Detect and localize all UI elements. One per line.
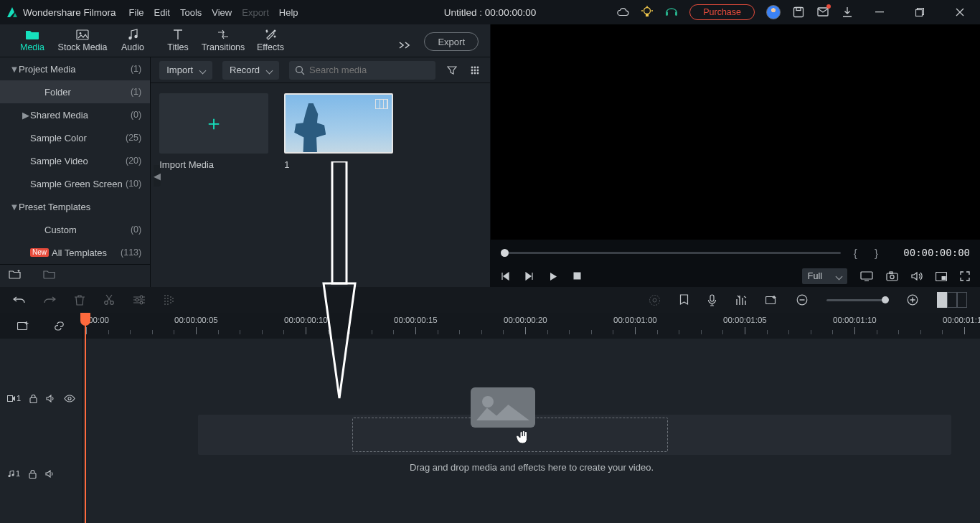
- display-icon[interactable]: [860, 271, 873, 281]
- step-back-icon[interactable]: [501, 272, 509, 281]
- tips-icon[interactable]: [641, 6, 654, 19]
- record-label: Record: [230, 65, 260, 75]
- media-grid: Import Record ＋ Import Media: [151, 57, 490, 287]
- volume-icon[interactable]: [911, 271, 923, 281]
- menu-file[interactable]: File: [129, 7, 144, 18]
- tree-item[interactable]: ▼Project Media(1): [0, 57, 150, 80]
- window-maximize[interactable]: [905, 0, 934, 24]
- link-tracks-icon[interactable]: [53, 321, 65, 331]
- window-close[interactable]: [946, 0, 974, 24]
- tree-item[interactable]: Sample Green Screen(10): [0, 172, 150, 195]
- audio-track-1-header[interactable]: 1: [0, 458, 83, 489]
- timeline-ruler[interactable]: :00:0000:00:00:0500:00:00:1000:00:00:150…: [83, 313, 980, 339]
- new-folder-icon[interactable]: [9, 269, 22, 281]
- color-wheel-icon[interactable]: [649, 294, 661, 306]
- search-media[interactable]: [289, 61, 435, 80]
- media-clip-1[interactable]: 1: [284, 93, 393, 170]
- render-icon[interactable]: [164, 294, 174, 306]
- support-icon[interactable]: [665, 6, 678, 19]
- redo-icon[interactable]: [44, 295, 56, 305]
- crop-settings-icon[interactable]: [133, 295, 145, 305]
- view-grid-icon[interactable]: [468, 64, 481, 77]
- play-icon[interactable]: [550, 272, 557, 281]
- track-display-toggle[interactable]: [937, 292, 967, 308]
- svg-rect-7: [794, 8, 804, 17]
- import-dropdown[interactable]: Import: [159, 61, 212, 80]
- menu-tools[interactable]: Tools: [180, 7, 202, 18]
- filter-icon[interactable]: [446, 64, 458, 77]
- tab-transitions[interactable]: Transitions: [198, 28, 248, 57]
- timeline-tracks-area[interactable]: Drag and drop media and effects here to …: [83, 339, 980, 523]
- svg-point-42: [653, 298, 656, 302]
- delete-icon[interactable]: [75, 294, 85, 306]
- tree-item-label: Sample Green Screen: [30, 179, 126, 189]
- visibility-icon[interactable]: [64, 395, 75, 402]
- timeline-header-left: [0, 313, 83, 339]
- voiceover-icon[interactable]: [707, 294, 717, 306]
- save-icon[interactable]: [792, 6, 805, 19]
- video-track-1-header[interactable]: 1: [0, 367, 83, 429]
- svg-point-16: [134, 34, 137, 37]
- cloud-icon[interactable]: [616, 6, 629, 19]
- zoom-in-icon[interactable]: [907, 294, 918, 306]
- expand-arrow-icon: ▶: [22, 110, 30, 121]
- step-forward-icon[interactable]: [525, 272, 534, 281]
- menu-view[interactable]: View: [212, 7, 232, 18]
- tab-titles[interactable]: Titles: [158, 28, 198, 57]
- add-marker-icon[interactable]: [765, 295, 778, 305]
- svg-point-41: [650, 295, 660, 305]
- tree-item[interactable]: Custom(0): [0, 218, 150, 241]
- tree-item[interactable]: NewAll Templates(113): [0, 241, 150, 264]
- playhead[interactable]: [85, 313, 86, 523]
- tree-item[interactable]: Folder(1): [0, 80, 150, 103]
- window-minimize[interactable]: [865, 0, 894, 24]
- lock-icon[interactable]: [29, 394, 37, 403]
- snapshot-icon[interactable]: [886, 271, 898, 281]
- preview-progress[interactable]: [501, 252, 841, 254]
- pip-icon[interactable]: [936, 272, 947, 281]
- tree-item[interactable]: ▶Shared Media(0): [0, 103, 150, 126]
- fullscreen-icon[interactable]: [960, 271, 970, 281]
- export-button[interactable]: Export: [424, 32, 479, 51]
- tree-item[interactable]: ▼Preset Templates: [0, 195, 150, 218]
- stop-icon[interactable]: [573, 272, 581, 281]
- menu-edit[interactable]: Edit: [154, 7, 170, 18]
- record-dropdown[interactable]: Record: [222, 61, 279, 80]
- svg-point-20: [474, 66, 476, 68]
- message-icon[interactable]: [816, 6, 829, 19]
- timeline: :00:0000:00:00:0500:00:00:1000:00:00:150…: [0, 287, 980, 523]
- tree-item[interactable]: Sample Color(25): [0, 126, 150, 149]
- marker-icon[interactable]: [679, 294, 689, 306]
- search-input[interactable]: [309, 65, 430, 75]
- audio-mixer-icon[interactable]: [735, 295, 747, 306]
- quality-dropdown[interactable]: Full: [802, 268, 847, 284]
- tree-item-count: (25): [126, 133, 141, 143]
- user-avatar[interactable]: [766, 5, 781, 19]
- tab-stock-media[interactable]: Stock Media: [57, 28, 108, 57]
- undo-icon[interactable]: [13, 295, 25, 305]
- tab-media[interactable]: Media: [7, 28, 57, 57]
- svg-point-23: [474, 69, 476, 71]
- zoom-slider[interactable]: [826, 299, 888, 301]
- add-track-icon[interactable]: [17, 321, 29, 331]
- folder-tree: ▼Project Media(1)Folder(1)▶Shared Media(…: [0, 57, 151, 287]
- svg-point-52: [8, 474, 10, 476]
- tab-effects[interactable]: Effects: [248, 28, 293, 57]
- split-icon[interactable]: [103, 294, 115, 306]
- tab-audio[interactable]: Audio: [108, 28, 158, 57]
- zoom-out-icon[interactable]: [796, 294, 808, 306]
- more-tabs-icon[interactable]: [398, 41, 411, 57]
- mark-in-out-icon[interactable]: { }: [849, 247, 890, 259]
- download-icon[interactable]: [841, 6, 854, 19]
- tree-item[interactable]: Sample Video(20): [0, 149, 150, 172]
- lock-icon[interactable]: [29, 469, 37, 479]
- purchase-button[interactable]: Purchase: [689, 4, 755, 20]
- open-folder-icon[interactable]: [43, 269, 56, 281]
- preview-viewport[interactable]: [491, 24, 980, 240]
- import-media-tile[interactable]: ＋ Import Media: [159, 93, 268, 170]
- menu-help[interactable]: Help: [279, 7, 298, 18]
- mute-icon[interactable]: [46, 395, 55, 402]
- menu-export[interactable]: Export: [242, 7, 269, 18]
- mute-icon[interactable]: [45, 470, 55, 478]
- title-bar: Wondershare Filmora File Edit Tools View…: [0, 0, 980, 24]
